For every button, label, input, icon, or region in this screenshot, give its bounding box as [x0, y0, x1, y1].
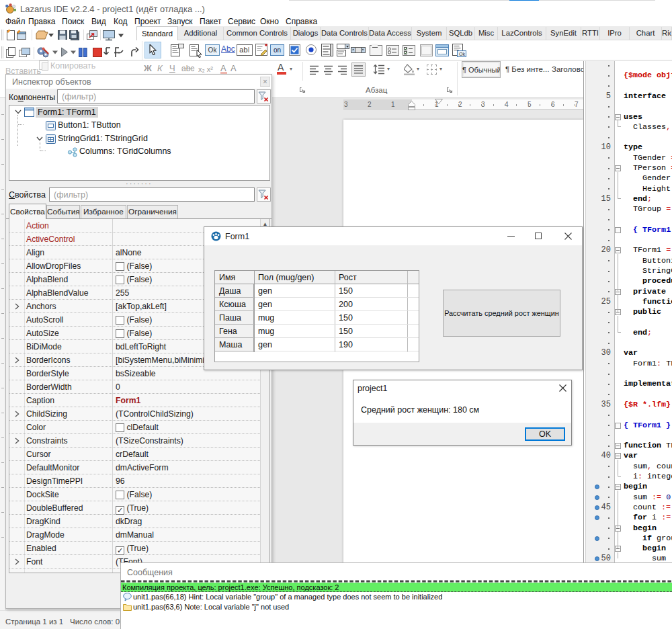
- svg-text:Ok: Ok: [459, 52, 465, 56]
